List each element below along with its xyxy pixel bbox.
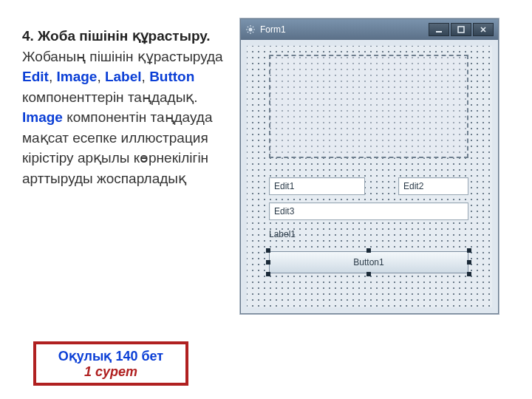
resize-handle-icon[interactable] [467,260,471,265]
paragraph-1b: компоненттерін таңдадық. [22,89,198,105]
close-button[interactable] [473,23,494,36]
maximize-button[interactable] [451,23,471,36]
heading: 4. Жоба пішінін құрастыру. [22,28,210,44]
svg-rect-2 [458,27,464,33]
button1-selection[interactable]: Button1 [269,251,468,273]
app-icon [245,24,256,35]
resize-handle-icon[interactable] [266,260,270,265]
label1[interactable]: Label1 [269,229,296,239]
component-label: Label [105,69,142,84]
svg-rect-1 [436,31,442,33]
paragraph-1a: Жобаның пішінін құрастыруда [22,49,223,64]
window-buttons [429,23,494,36]
resize-handle-icon[interactable] [266,272,270,276]
window-title: Form1 [260,24,286,35]
instruction-text: 4. Жоба пішінін құрастыру. Жобаның пішін… [22,26,229,188]
minimize-button[interactable] [429,23,449,36]
highlight-image: Image [22,109,63,125]
resize-handle-icon[interactable] [366,272,371,276]
titlebar[interactable]: Form1 [241,19,498,40]
edit1-field[interactable]: Edit1 [269,177,365,195]
svg-point-0 [249,28,253,32]
component-button: Button [149,69,194,84]
callout-line-2: 1 сурет [84,364,137,380]
image-component[interactable] [269,55,468,158]
component-edit: Edit [22,69,49,84]
edit2-field[interactable]: Edit2 [398,177,468,195]
callout-line-1: Оқулық 140 бет [58,348,163,364]
button1[interactable]: Button1 [269,251,468,273]
resize-handle-icon[interactable] [366,248,371,253]
designer-surface[interactable]: Edit1 Edit2 Edit3 Label1 Button1 [247,46,492,307]
edit3-field[interactable]: Edit3 [269,202,468,220]
component-image: Image [56,69,97,84]
form-designer-window: Form1 Edit1 Edit2 Edit3 Label1 Button1 [240,18,499,314]
callout-box: Оқулық 140 бет 1 сурет [33,341,188,386]
resize-handle-icon[interactable] [467,248,471,253]
resize-handle-icon[interactable] [266,248,270,253]
resize-handle-icon[interactable] [467,272,471,276]
